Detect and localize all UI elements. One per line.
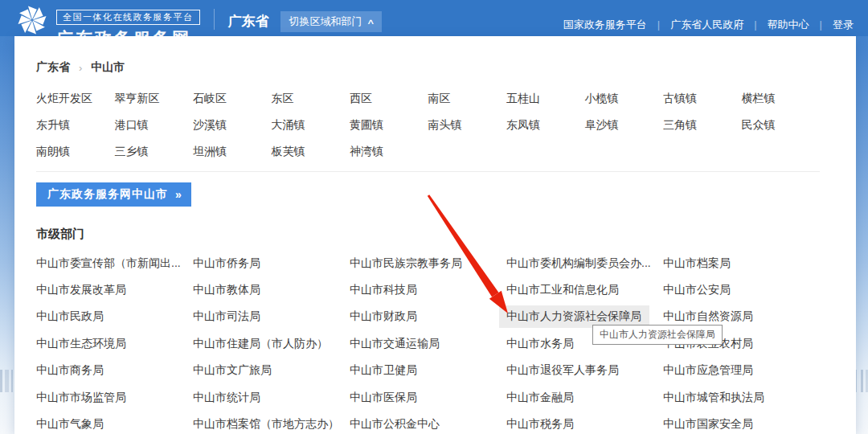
breadcrumb: 广东省 › 中山市 (36, 36, 834, 75)
department-item[interactable]: 中山市气象局 (36, 411, 193, 434)
department-item[interactable]: 中山市侨务局 (193, 250, 350, 276)
department-item[interactable]: 中山市国家安全局 (663, 411, 820, 434)
district-item[interactable]: 五桂山 (506, 85, 585, 112)
region-selector-panel: 广东省 › 中山市 火炬开发区 翠亨新区 石岐区 东区 西区 南区 五桂山 小榄… (14, 36, 856, 434)
department-item[interactable]: 中山市档案局 (663, 250, 820, 276)
department-label: 中山市科技局 (350, 283, 417, 297)
department-item[interactable]: 中山市档案馆（市地方志办） (193, 411, 350, 434)
header-bar: 全国一体化在线政务服务平台 广东政务服务网 广东省 切换区域和部门 ∧ 国家政务… (0, 0, 868, 36)
logo-text: 全国一体化在线政务服务平台 广东政务服务网 (56, 0, 200, 36)
district-item[interactable]: 港口镇 (115, 112, 194, 138)
district-item[interactable]: 板芙镇 (272, 138, 350, 165)
department-item[interactable]: 中山市文广旅局 (193, 358, 350, 384)
department-label: 中山市财政局 (350, 309, 417, 324)
district-item[interactable]: 小榄镇 (585, 85, 664, 112)
district-item[interactable]: 东凤镇 (506, 112, 585, 138)
department-item[interactable]: 中山市委机构编制委员会办... (506, 250, 663, 276)
header-link[interactable]: 广东省人民政府 (647, 18, 743, 32)
department-label: 中山市金融局 (506, 391, 574, 405)
double-chevron-right-icon: » (175, 188, 180, 201)
department-item[interactable]: 中山市科技局 (350, 276, 506, 303)
header-divider (214, 9, 215, 30)
district-item[interactable]: 民众镇 (742, 112, 821, 138)
switch-region-button[interactable]: 切换区域和部门 ∧ (280, 11, 383, 32)
department-label: 中山市税务局 (506, 417, 574, 432)
district-item[interactable]: 神湾镇 (350, 138, 428, 165)
department-label: 中山市应急管理局 (663, 363, 753, 378)
department-label: 中山市市场监管局 (36, 391, 126, 405)
district-item[interactable]: 横栏镇 (742, 85, 821, 112)
department-label: 中山市国家安全局 (663, 417, 753, 432)
district-item[interactable]: 大涌镇 (272, 112, 350, 138)
chevron-right-icon: › (79, 62, 82, 74)
department-item[interactable]: 中山市公积金中心 (350, 411, 506, 434)
department-item[interactable]: 中山市住建局（市人防办） (193, 330, 350, 357)
page: 全国一体化在线政务服务平台 广东政务服务网 广东省 切换区域和部门 ∧ 国家政务… (0, 0, 868, 434)
department-label: 中山市委机构编制委员会办... (506, 256, 651, 271)
department-label: 中山市住建局（市人防办） (193, 337, 328, 351)
department-item[interactable]: 中山市城管和执法局 (663, 384, 820, 411)
department-item[interactable]: 中山市发展改革局 (36, 276, 193, 303)
district-item[interactable]: 沙溪镇 (193, 112, 272, 138)
department-item[interactable]: 中山市医保局 (350, 384, 506, 411)
header-link[interactable]: 国家政务服务平台 (563, 18, 647, 32)
department-tooltip: 中山市人力资源社会保障局 (592, 325, 723, 345)
site-logo: 全国一体化在线政务服务平台 广东政务服务网 (16, 0, 200, 36)
department-item[interactable]: 中山市司法局 (193, 304, 350, 330)
department-label: 中山市文广旅局 (193, 363, 272, 378)
district-item[interactable]: 古镇镇 (663, 85, 742, 112)
department-item[interactable]: 中山市交通运输局 (350, 330, 506, 357)
district-item[interactable]: 东升镇 (36, 112, 115, 138)
department-label: 中山市委宣传部（市新闻出... (36, 256, 181, 271)
district-item[interactable]: 石岐区 (193, 85, 272, 112)
department-item[interactable]: 中山市金融局 (506, 384, 663, 411)
department-label: 中山市教体局 (193, 283, 260, 297)
department-label: 中山市医保局 (350, 391, 417, 405)
district-item[interactable]: 南区 (428, 85, 507, 112)
department-item[interactable]: 中山市税务局 (506, 411, 663, 434)
department-item[interactable]: 中山市统计局 (193, 384, 350, 411)
department-label: 中山市水务局 (506, 337, 574, 351)
department-label: 中山市司法局 (193, 309, 260, 324)
department-label: 中山市档案局 (663, 256, 731, 271)
department-item[interactable]: 中山市工业和信息化局 (506, 276, 663, 303)
header-links: 国家政务服务平台 广东省人民政府 帮助中心 登录 (563, 18, 854, 32)
department-label: 中山市自然资源局 (663, 309, 753, 324)
district-item[interactable]: 翠亨新区 (115, 85, 194, 112)
header-link[interactable]: 登录 (809, 18, 854, 32)
breadcrumb-province[interactable]: 广东省 (36, 60, 70, 75)
department-label: 中山市发展改革局 (36, 283, 126, 297)
department-label: 中山市交通运输局 (350, 337, 440, 351)
district-item[interactable]: 三角镇 (663, 112, 742, 138)
district-item[interactable]: 西区 (350, 85, 428, 112)
department-item[interactable]: 中山市退役军人事务局 (506, 358, 663, 384)
district-item[interactable]: 南头镇 (428, 112, 507, 138)
department-item[interactable]: 中山市民政局 (36, 304, 193, 330)
site-name: 广东政务服务网 (56, 27, 191, 36)
pinwheel-logo-icon (16, 4, 48, 36)
district-item[interactable]: 火炬开发区 (36, 85, 115, 112)
department-label: 中山市统计局 (193, 391, 260, 405)
city-portal-button[interactable]: 广东政务服务网中山市 » (36, 182, 191, 207)
department-item[interactable]: 中山市卫健局 (350, 358, 506, 384)
department-item[interactable]: 中山市财政局 (350, 304, 506, 330)
city-portal-label: 广东政务服务网中山市 (47, 187, 168, 202)
district-item[interactable]: 南朗镇 (36, 138, 115, 165)
district-item[interactable]: 东区 (272, 85, 350, 112)
header-link[interactable]: 帮助中心 (743, 18, 809, 32)
department-item[interactable]: 中山市应急管理局 (663, 358, 820, 384)
department-item[interactable]: 中山市委宣传部（市新闻出... (36, 250, 193, 276)
switch-region-label: 切换区域和部门 (289, 14, 362, 29)
section-title: 市级部门 (36, 227, 834, 242)
department-item[interactable]: 中山市民族宗教事务局 (350, 250, 506, 276)
district-item[interactable]: 坦洲镇 (193, 138, 272, 165)
department-item[interactable]: 中山市教体局 (193, 276, 350, 303)
department-label: 中山市工业和信息化局 (506, 283, 619, 297)
department-item[interactable]: 中山市公安局 (663, 276, 820, 303)
district-item[interactable]: 黄圃镇 (350, 112, 428, 138)
district-item[interactable]: 三乡镇 (115, 138, 194, 165)
department-item[interactable]: 中山市商务局 (36, 358, 193, 384)
department-item[interactable]: 中山市生态环境局 (36, 330, 193, 357)
department-item[interactable]: 中山市市场监管局 (36, 384, 193, 411)
district-item[interactable]: 阜沙镇 (585, 112, 664, 138)
